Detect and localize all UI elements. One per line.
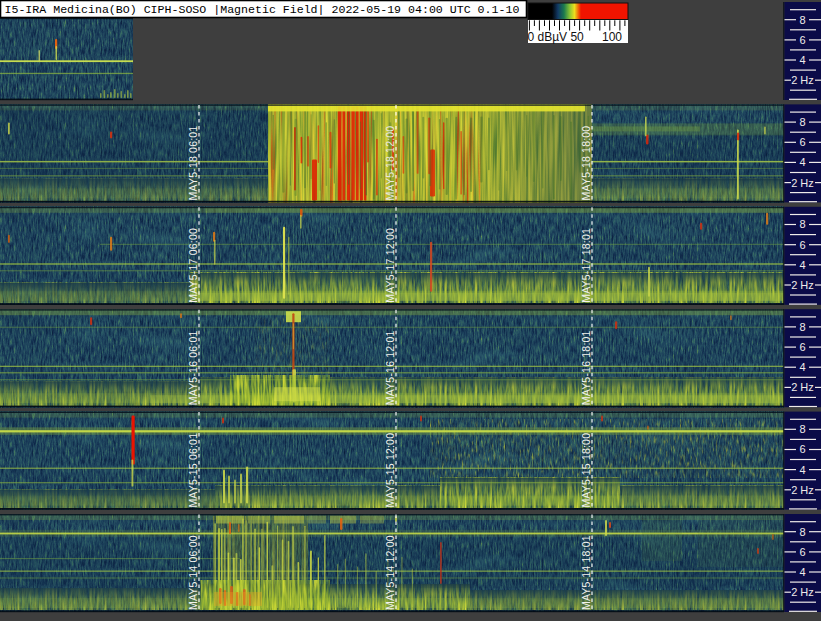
svg-text:MAY5-16 06:01: MAY5-16 06:01 — [187, 330, 199, 405]
svg-text:100: 100 — [602, 30, 622, 44]
svg-text:6: 6 — [799, 34, 805, 46]
svg-text:2 Hz: 2 Hz — [791, 586, 814, 598]
svg-text:MAY5-15 06:01: MAY5-15 06:01 — [187, 433, 199, 508]
svg-text:8: 8 — [799, 321, 805, 333]
svg-text:4: 4 — [799, 566, 805, 578]
svg-text:I5-IRA Medicina(BO) CIPH-SOSO: I5-IRA Medicina(BO) CIPH-SOSO |Magnetic … — [5, 3, 520, 16]
svg-text:MAY5-17 06:00: MAY5-17 06:00 — [187, 228, 199, 303]
svg-text:2 Hz: 2 Hz — [791, 484, 814, 496]
svg-text:MAY5-17 18:01: MAY5-17 18:01 — [580, 228, 592, 303]
svg-text:4: 4 — [799, 361, 805, 373]
svg-text:MAY5-18 18:00: MAY5-18 18:00 — [580, 126, 592, 201]
svg-text:6: 6 — [799, 136, 805, 148]
svg-text:8: 8 — [799, 526, 805, 538]
svg-text:MAY5-15 18:00: MAY5-15 18:00 — [580, 433, 592, 508]
svg-text:MAY5-14 12:00: MAY5-14 12:00 — [384, 535, 396, 610]
svg-text:MAY5-18 12:00: MAY5-18 12:00 — [384, 126, 396, 201]
svg-text:MAY5-14 18:01: MAY5-14 18:01 — [580, 535, 592, 610]
svg-text:6: 6 — [799, 341, 805, 353]
svg-text:MAY5-17 12:00: MAY5-17 12:00 — [384, 228, 396, 303]
svg-text:8: 8 — [799, 14, 805, 26]
svg-text:6: 6 — [799, 546, 805, 558]
svg-text:8: 8 — [799, 219, 805, 231]
svg-text:2 Hz: 2 Hz — [791, 279, 814, 291]
svg-text:4: 4 — [799, 54, 805, 66]
svg-text:8: 8 — [799, 423, 805, 435]
svg-text:MAY5-15 12:00: MAY5-15 12:00 — [384, 433, 396, 508]
svg-text:0 dBµV 50: 0 dBµV 50 — [528, 30, 585, 44]
svg-text:6: 6 — [799, 444, 805, 456]
svg-text:8: 8 — [799, 116, 805, 128]
svg-text:2 Hz: 2 Hz — [791, 381, 814, 393]
svg-text:4: 4 — [799, 259, 805, 271]
svg-text:MAY5-16 12:01: MAY5-16 12:01 — [384, 330, 396, 405]
svg-text:6: 6 — [799, 239, 805, 251]
svg-text:MAY5-14 06:00: MAY5-14 06:00 — [187, 535, 199, 610]
svg-text:2 Hz: 2 Hz — [791, 74, 814, 86]
svg-text:MAY5-16 18:01: MAY5-16 18:01 — [580, 330, 592, 405]
svg-text:4: 4 — [799, 156, 805, 168]
svg-text:2 Hz: 2 Hz — [791, 177, 814, 189]
svg-text:MAY5-18 06:01: MAY5-18 06:01 — [187, 126, 199, 201]
svg-text:4: 4 — [799, 464, 805, 476]
